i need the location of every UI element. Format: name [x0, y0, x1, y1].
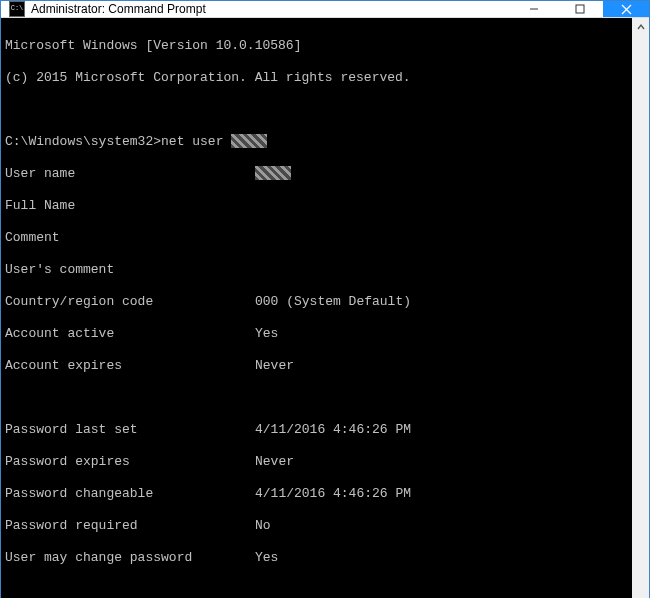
user-may-change-value: Yes — [255, 550, 278, 566]
maximize-button[interactable] — [557, 1, 603, 17]
pw-required-label: Password required — [5, 518, 255, 534]
window-title: Administrator: Command Prompt — [31, 2, 206, 16]
terminal-output[interactable]: Microsoft Windows [Version 10.0.10586] (… — [1, 18, 632, 598]
pw-changeable-value: 4/11/2016 4:46:26 PM — [255, 486, 411, 502]
comment-label: Comment — [5, 230, 255, 246]
prompt-line: C:\Windows\system32>net user — [5, 134, 628, 150]
titlebar[interactable]: C:\ Administrator: Command Prompt — [1, 1, 649, 18]
maximize-icon — [575, 4, 585, 14]
user-name-label: User name — [5, 166, 255, 182]
pw-required-value: No — [255, 518, 271, 534]
redacted-username — [231, 134, 267, 148]
minimize-button[interactable] — [511, 1, 557, 17]
pw-changeable-label: Password changeable — [5, 486, 255, 502]
command-prompt-window: C:\ Administrator: Command Prompt Micros… — [0, 0, 650, 598]
full-name-label: Full Name — [5, 198, 255, 214]
pw-last-set-label: Password last set — [5, 422, 255, 438]
account-active-value: Yes — [255, 326, 278, 342]
scroll-track[interactable] — [632, 35, 649, 598]
pw-expires-value: Never — [255, 454, 294, 470]
minimize-icon — [529, 4, 539, 14]
users-comment-label: User's comment — [5, 262, 255, 278]
prompt-command: net user — [161, 134, 231, 149]
vertical-scrollbar[interactable] — [632, 18, 649, 598]
pw-expires-label: Password expires — [5, 454, 255, 470]
country-value: 000 (System Default) — [255, 294, 411, 310]
user-may-change-label: User may change password — [5, 550, 255, 566]
close-icon — [621, 4, 632, 15]
cmd-icon: C:\ — [9, 1, 25, 17]
terminal-area: Microsoft Windows [Version 10.0.10586] (… — [1, 18, 649, 598]
redacted-user-name-value — [255, 166, 291, 180]
close-button[interactable] — [603, 1, 649, 17]
blank-line — [5, 390, 628, 406]
prompt-path: C:\Windows\system32> — [5, 134, 161, 149]
svg-rect-1 — [576, 5, 584, 13]
blank-line — [5, 102, 628, 118]
blank-line — [5, 582, 628, 598]
scroll-up-button[interactable] — [632, 18, 649, 35]
account-active-label: Account active — [5, 326, 255, 342]
account-expires-label: Account expires — [5, 358, 255, 374]
country-label: Country/region code — [5, 294, 255, 310]
banner-line-2: (c) 2015 Microsoft Corporation. All righ… — [5, 70, 628, 86]
window-controls — [511, 1, 649, 17]
pw-last-set-value: 4/11/2016 4:46:26 PM — [255, 422, 411, 438]
chevron-up-icon — [637, 23, 645, 31]
account-expires-value: Never — [255, 358, 294, 374]
banner-line-1: Microsoft Windows [Version 10.0.10586] — [5, 38, 628, 54]
